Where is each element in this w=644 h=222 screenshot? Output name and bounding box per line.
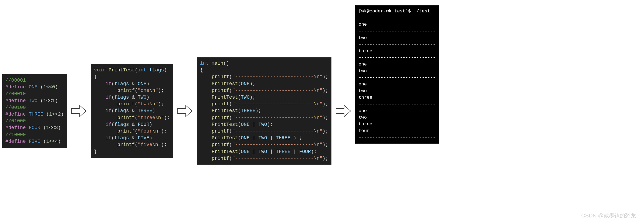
code-token: "	[155, 101, 158, 107]
terminal-line: ----------------------------	[358, 74, 436, 81]
terminal-line: ----------------------------	[358, 54, 436, 61]
code-token: (	[229, 74, 232, 79]
code-token	[200, 129, 212, 134]
code-token: &	[132, 122, 135, 127]
code-token: 1	[43, 98, 46, 103]
code-token	[200, 88, 212, 93]
code-token	[94, 129, 117, 134]
code-token	[200, 108, 212, 113]
code-token: (	[111, 95, 114, 100]
code-token: )	[164, 67, 167, 73]
code-token	[43, 112, 46, 117]
code-token: {	[200, 67, 203, 73]
code-token	[94, 88, 117, 93]
code-token: )	[147, 95, 150, 100]
code-token	[200, 149, 212, 154]
arrow-right-icon	[177, 103, 193, 119]
code-token	[273, 149, 276, 154]
code-line: PrintTest(ONE | TWO | THREE | FOUR);	[200, 148, 328, 155]
code-token	[250, 122, 253, 127]
code-line: #define THREE (1<<2)	[5, 111, 64, 118]
code-token: )	[323, 156, 326, 161]
code-token: )	[323, 74, 326, 79]
code-token: //00001	[5, 78, 26, 83]
code-token: int	[200, 61, 209, 66]
code-token: 1	[46, 139, 49, 144]
code-token: "	[320, 142, 323, 147]
code-line: #define FIVE (1<<4)	[5, 138, 64, 145]
code-token: printf	[117, 88, 135, 93]
code-line: printf("---------------------------\n");	[200, 87, 328, 94]
code-token: //01000	[5, 118, 26, 124]
code-token: ONE	[241, 149, 249, 154]
code-token	[26, 112, 29, 117]
code-line: printf("---------------------------\n");	[200, 115, 328, 121]
code-token	[40, 139, 43, 144]
code-token: "---------------------------	[232, 88, 314, 93]
code-token: //00100	[5, 105, 26, 110]
code-token: <<	[49, 139, 55, 144]
code-token: ;	[167, 115, 170, 120]
code-token: \n	[314, 88, 320, 93]
code-token	[94, 135, 106, 141]
code-token: )	[323, 129, 326, 134]
code-token: printf	[212, 101, 229, 107]
terminal-line: two	[358, 35, 436, 41]
code-token: (	[238, 149, 241, 154]
code-token	[255, 149, 258, 154]
code-token	[26, 139, 29, 144]
code-token: (	[43, 125, 46, 130]
code-token: (	[46, 112, 49, 117]
code-token: )	[323, 101, 326, 107]
code-token: (	[229, 142, 232, 147]
terminal-line: [wk@coder-wk test]$ ./test	[358, 8, 436, 15]
code-token: (	[135, 142, 138, 147]
terminal-line: one	[358, 61, 436, 68]
code-token: (	[135, 129, 138, 134]
code-token: printf	[117, 115, 135, 120]
code-token	[26, 125, 29, 130]
code-token: )	[226, 61, 229, 66]
code-token	[200, 156, 212, 161]
code-token: #define	[5, 125, 26, 130]
code-token: 2	[58, 112, 61, 117]
code-token: flags	[114, 122, 129, 127]
code-token: "four	[138, 129, 152, 134]
arrow-icon	[335, 103, 351, 119]
code-token: )	[149, 122, 152, 127]
code-token: flags	[114, 81, 129, 86]
watermark: CSDN @戴墨镜的恐龙	[581, 212, 636, 219]
code-token: &	[132, 95, 135, 100]
code-token: "	[320, 115, 323, 120]
terminal-line: two	[358, 114, 436, 121]
code-token: if	[106, 122, 111, 127]
code-line: if(flags & ONE)	[94, 81, 170, 87]
code-token: FIVE	[29, 139, 40, 144]
code-token: )	[161, 142, 164, 147]
code-token: ;	[258, 108, 261, 113]
code-token	[26, 84, 29, 90]
code-token: \n	[314, 129, 320, 134]
code-token: ;	[270, 122, 273, 127]
code-token: \n	[314, 142, 320, 147]
code-token: FIVE	[138, 135, 149, 141]
code-token: 0	[52, 84, 55, 90]
code-token: "	[158, 142, 161, 147]
code-token	[129, 95, 132, 100]
code-token: \n	[152, 129, 158, 134]
code-token: )	[55, 84, 58, 90]
code-token: (	[40, 84, 43, 90]
code-token: "---------------------------	[232, 129, 314, 134]
code-line: PrintTest(ONE | TWO);	[200, 121, 328, 128]
terminal-line: three	[358, 48, 436, 55]
code-token: ONE	[241, 81, 249, 86]
code-token	[296, 149, 299, 154]
terminal-line: one	[358, 21, 436, 28]
code-token	[94, 142, 117, 147]
code-line: PrintTest(ONE | TWO | THREE ) ;	[200, 135, 328, 141]
code-line: //00010	[5, 91, 64, 97]
arrow-right-icon	[335, 103, 351, 119]
code-token: \n	[314, 74, 320, 79]
code-token: THREE	[276, 135, 290, 141]
code-token: "	[320, 156, 323, 161]
